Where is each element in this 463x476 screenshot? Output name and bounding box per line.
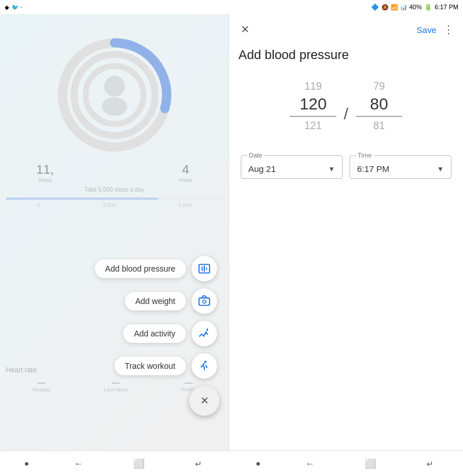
close-fab-button[interactable]: ✕ (189, 386, 219, 416)
bp-divider-slash: / (344, 105, 348, 125)
systolic-input[interactable]: 120 (290, 95, 336, 117)
menu-item-weight[interactable]: Add weight (125, 288, 217, 314)
date-label: Date (247, 152, 264, 159)
nav-dot-left (25, 462, 28, 466)
battery-text: 40% (409, 3, 422, 10)
time-label: Time (356, 152, 373, 159)
signal-icon: 📊 (400, 4, 407, 10)
navigation-bar: ← ⬜ ↵ ← ⬜ ↵ (0, 451, 463, 476)
diastolic-below: 81 (373, 117, 385, 134)
main-content: 11, Steps · 4 Hours Take 5,000 steps a d… (0, 14, 463, 451)
status-bar-right: 🔷 🔕 📶 📊 40% 🔋 6:17 PM (371, 3, 458, 11)
time-select[interactable]: 6:17 PM ▼ (357, 160, 444, 174)
form-header: ✕ Save ⋮ (229, 14, 463, 43)
date-field[interactable]: Date Aug 21 ▼ (241, 155, 343, 179)
form-close-button[interactable]: ✕ (238, 21, 252, 38)
blood-pressure-button[interactable] (192, 256, 217, 281)
status-bar-left: ◆ 🐦 · (5, 3, 23, 10)
nav-right: ← ⬜ ↵ (232, 456, 463, 471)
header-actions: Save ⋮ (417, 23, 454, 36)
svg-rect-7 (199, 298, 210, 306)
date-select[interactable]: Aug 21 ▼ (248, 160, 335, 174)
nav-dot-right (256, 462, 260, 466)
activity-button[interactable] (192, 321, 217, 346)
diastolic-column: 79 80 81 (353, 78, 405, 134)
time-dropdown-arrow: ▼ (437, 165, 444, 173)
back-button-right[interactable]: ← (301, 456, 319, 471)
svg-point-9 (204, 361, 207, 363)
svg-point-4 (104, 76, 125, 97)
activity-label[interactable]: Add activity (123, 324, 186, 343)
diastolic-above: 79 (373, 78, 385, 95)
save-button[interactable]: Save (417, 25, 436, 35)
workout-button[interactable] (192, 353, 217, 379)
date-dropdown-arrow: ▼ (328, 165, 335, 173)
more-options-button[interactable]: ⋮ (443, 23, 454, 36)
workout-label[interactable]: Track workout (115, 357, 186, 375)
bluetooth-icon: 🔷 (371, 3, 379, 11)
menu-item-activity[interactable]: Add activity (123, 321, 217, 346)
mute-icon: 🔕 (381, 4, 388, 10)
time-display: 6:17 PM (435, 3, 458, 10)
right-panel: ✕ Save ⋮ Add blood pressure 119 120 121 … (229, 14, 463, 451)
weight-button[interactable] (192, 288, 217, 314)
nav-left: ← ⬜ ↵ (0, 456, 232, 471)
close-fab-icon: ✕ (200, 394, 209, 407)
menu-item-workout[interactable]: Track workout (115, 353, 217, 379)
time-field[interactable]: Time 6:17 PM ▼ (350, 155, 451, 179)
systolic-below: 121 (304, 117, 322, 134)
time-value: 6:17 PM (357, 164, 389, 174)
svg-point-8 (203, 300, 206, 303)
blood-pressure-input-area: 119 120 121 / 79 80 81 (229, 72, 463, 146)
activity-ring (51, 31, 178, 159)
wifi-icon: 📶 (391, 4, 398, 10)
status-bar: ◆ 🐦 · 🔷 🔕 📶 📊 40% 🔋 6:17 PM (0, 0, 463, 14)
menu-item-blood-pressure[interactable]: Add blood pressure (95, 256, 217, 281)
close-icon: ✕ (241, 24, 249, 35)
left-panel: 11, Steps · 4 Hours Take 5,000 steps a d… (0, 14, 229, 451)
home-button-left[interactable]: ⬜ (128, 456, 149, 471)
recents-button-right[interactable]: ↵ (422, 457, 438, 471)
steps-goal: Take 5,000 steps a day (6, 186, 223, 193)
weight-label[interactable]: Add weight (125, 292, 186, 310)
dot-indicator: · (21, 3, 23, 10)
floating-menu: Add blood pressure Add weight (95, 256, 217, 416)
content-spacer (229, 188, 463, 451)
blood-pressure-label[interactable]: Add blood pressure (95, 259, 186, 278)
form-title: Add blood pressure (229, 43, 463, 72)
systolic-above: 119 (304, 78, 322, 95)
back-button-left[interactable]: ← (69, 456, 88, 471)
recents-button-left[interactable]: ↵ (190, 457, 207, 471)
notification-icon: ◆ (5, 4, 9, 10)
date-value: Aug 21 (248, 164, 276, 174)
datetime-row: Date Aug 21 ▼ Time 6:17 PM ▼ (229, 146, 463, 188)
home-button-right[interactable]: ⬜ (360, 456, 381, 471)
svg-point-5 (102, 97, 127, 116)
background-stats: 11, Steps · 4 Hours Take 5,000 steps a d… (6, 159, 223, 208)
diastolic-input[interactable]: 80 (356, 95, 402, 117)
systolic-column: 119 120 121 (287, 78, 339, 134)
battery-icon: 🔋 (424, 3, 432, 11)
twitter-icon: 🐦 (12, 4, 19, 10)
